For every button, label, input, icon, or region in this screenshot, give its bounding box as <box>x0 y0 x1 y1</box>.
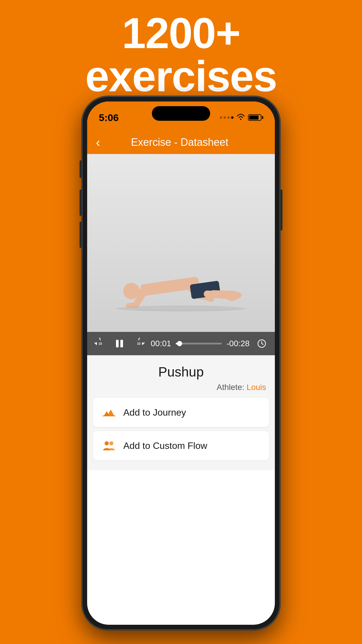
video-controls: 15 15 <box>87 332 275 355</box>
headline: 1200+ exercises <box>0 12 362 98</box>
dot2 <box>224 116 226 119</box>
exercise-title: Pushup <box>87 355 275 383</box>
add-to-journey-label: Add to Journey <box>123 407 186 418</box>
dynamic-island <box>152 106 210 121</box>
status-bar: 5:06 <box>87 102 275 131</box>
svg-marker-19 <box>142 342 144 345</box>
phone-button-volume-up <box>80 190 82 216</box>
pushup-figure <box>108 250 254 314</box>
svg-rect-18 <box>120 340 123 347</box>
svg-text:15: 15 <box>99 342 102 345</box>
athlete-row: Athlete: Louis <box>87 383 275 398</box>
playback-speed-button[interactable] <box>254 336 269 351</box>
svg-rect-17 <box>116 340 119 347</box>
people-icon <box>102 438 116 453</box>
nav-title: Exercise - Datasheet <box>106 136 253 148</box>
svg-line-5 <box>129 305 136 306</box>
progress-thumb[interactable] <box>177 341 182 346</box>
battery-tip <box>262 116 263 119</box>
svg-point-28 <box>109 441 113 445</box>
headline-line1: 1200+ <box>122 9 240 57</box>
svg-line-10 <box>213 293 233 294</box>
current-time: 00:01 <box>151 339 171 348</box>
mountain-icon <box>102 405 116 420</box>
phone-button-mute <box>80 160 82 178</box>
skip-back-button[interactable]: 15 <box>93 336 108 351</box>
dot1 <box>220 116 222 119</box>
back-button[interactable]: ‹ <box>96 135 100 150</box>
signal-dots-icon <box>220 116 233 119</box>
headline-line2: exercises <box>85 52 277 100</box>
svg-point-1 <box>123 283 140 299</box>
add-to-journey-button[interactable]: Add to Journey <box>93 398 269 427</box>
status-icons <box>220 114 263 121</box>
svg-text:15: 15 <box>137 342 140 345</box>
svg-marker-15 <box>95 342 97 345</box>
battery-icon <box>248 114 263 121</box>
video-progress-bar[interactable] <box>176 343 222 344</box>
athlete-name: Louis <box>247 383 266 392</box>
phone-screen: 5:06 <box>87 102 275 625</box>
svg-point-0 <box>240 119 241 120</box>
battery-body <box>248 114 261 121</box>
exercise-video[interactable] <box>87 154 275 332</box>
svg-point-27 <box>105 441 109 445</box>
dot3 <box>227 116 230 119</box>
status-time: 5:06 <box>99 112 119 123</box>
nav-bar: ‹ Exercise - Datasheet <box>87 131 275 154</box>
remaining-time: -00:28 <box>226 339 250 348</box>
phone-button-power <box>280 190 282 230</box>
svg-line-23 <box>262 344 263 344</box>
dot4 <box>231 116 233 119</box>
skip-forward-button[interactable]: 15 <box>131 336 146 351</box>
phone-mockup: 5:06 <box>82 96 280 630</box>
athlete-label: Athlete: <box>217 383 244 392</box>
battery-fill <box>249 116 259 120</box>
add-to-custom-flow-label: Add to Custom Flow <box>123 440 207 451</box>
phone-bezel: 5:06 <box>82 96 280 630</box>
svg-point-13 <box>117 306 245 312</box>
wifi-icon <box>236 114 245 121</box>
content-area: Pushup Athlete: Louis Add to J <box>87 355 275 470</box>
add-to-custom-flow-button[interactable]: Add to Custom Flow <box>93 431 269 460</box>
play-pause-button[interactable] <box>112 336 127 351</box>
phone-button-volume-down <box>80 222 82 248</box>
